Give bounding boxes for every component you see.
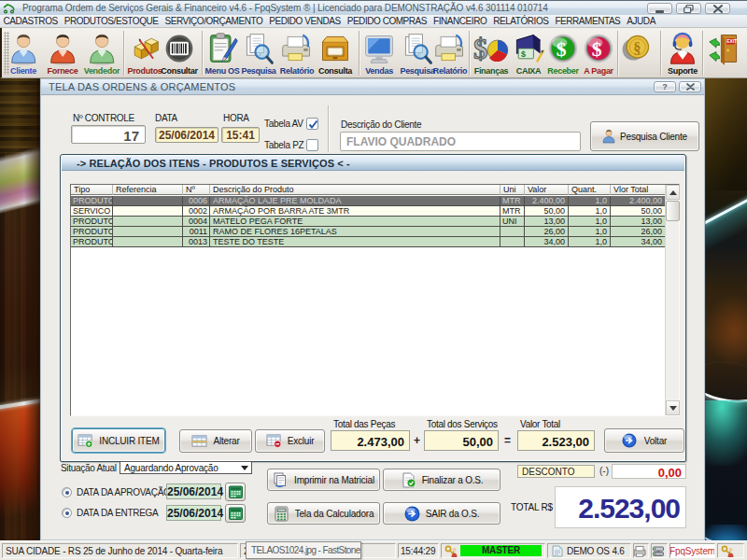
menu-item[interactable]: FINANCEIRO xyxy=(430,15,490,27)
entrega-date-field[interactable]: 25/06/2014 xyxy=(166,505,221,521)
desconto-value-field[interactable]: 0,00 xyxy=(612,464,686,479)
finalizar-button[interactable]: Finalizar a O.S. xyxy=(383,469,500,491)
situacao-combobox[interactable]: Aguardando Aprovação xyxy=(120,461,252,474)
table-row[interactable]: PRODUTO 0006 ARMAÇÃO LAJE PRE MOLDADA MT… xyxy=(71,196,665,206)
toolbar: Cliente Fornece Vendedor xyxy=(0,28,747,78)
total-pecas-field: 2.473,00 xyxy=(331,430,410,451)
calculadora-button[interactable]: Tela da Calculadora xyxy=(267,502,380,525)
table-scrollbar[interactable] xyxy=(665,185,679,415)
valor-total-label: Valor Total xyxy=(520,419,560,429)
menu-item[interactable]: PEDIDO VENDAS xyxy=(266,15,344,27)
column-header[interactable]: Vlor Total xyxy=(611,185,665,195)
help-button[interactable]: ? xyxy=(654,81,676,92)
itens-table-header: Tipo Referencia Nº Descrição do Produto … xyxy=(71,185,665,195)
toolbar-button[interactable]: § xyxy=(619,30,653,77)
table-row[interactable]: PRODUTO 0004 MATELO PEGA FORTE UNI 13,00… xyxy=(71,217,665,227)
key-user-icon xyxy=(444,545,458,557)
total-servicos-field: 50,00 xyxy=(424,430,499,451)
toolbar-button[interactable]: $ A Pagar xyxy=(580,30,617,77)
itens-panel: -> RELAÇÃO DOS ITENS - PRODUTOS E SERVIÇ… xyxy=(60,154,686,462)
desconto-field[interactable]: DESCONTO xyxy=(517,465,595,478)
entrega-calendar-button[interactable] xyxy=(225,504,246,523)
mdi-area: TELA DAS ORDENS & ORÇAMENTOS ? Nº CONTRO… xyxy=(0,78,747,540)
scroll-up-button[interactable] xyxy=(666,185,680,200)
svg-text:$: $ xyxy=(473,33,487,64)
plus-sign: + xyxy=(414,434,420,447)
hora-label: HORA xyxy=(223,113,249,123)
situacao-label: Situação Atual xyxy=(61,463,117,473)
table-plus-icon xyxy=(78,434,93,448)
seller-person-icon xyxy=(81,31,122,65)
menu-item[interactable]: SERVIÇO/ORÇAMENTO xyxy=(162,15,266,27)
tabela-av-checkbox[interactable] xyxy=(306,118,318,130)
menu-item[interactable]: AJUDA xyxy=(624,15,659,27)
triangle-down-icon xyxy=(669,406,677,411)
key-user-icon xyxy=(721,545,734,557)
scroll-thumb[interactable] xyxy=(666,201,680,221)
column-header[interactable]: Valor xyxy=(525,185,569,195)
menu-item[interactable]: PEDIDO COMPRAS xyxy=(344,15,430,27)
restore-button[interactable] xyxy=(676,3,701,14)
wallpaper-glow xyxy=(705,525,747,540)
table-row[interactable]: PRODUTO 0013 TESTE DO TESTE 34,00 1,0 34… xyxy=(71,237,665,247)
alterar-button[interactable]: Alterar xyxy=(179,429,252,453)
pay-sphere-icon: $ xyxy=(580,31,617,65)
toolbar-button[interactable]: EXIT xyxy=(705,30,744,77)
column-header[interactable]: Descrição do Produto xyxy=(210,185,500,195)
close-orders-button[interactable] xyxy=(679,81,701,92)
excluir-button[interactable]: Excluir xyxy=(255,429,325,453)
barcode-icon xyxy=(158,31,201,65)
entrega-radio[interactable] xyxy=(62,508,72,518)
incluir-item-button[interactable]: INCLUIR ITEM xyxy=(72,428,165,453)
tabela-pz-checkbox[interactable] xyxy=(306,139,318,151)
aprovacao-radio[interactable] xyxy=(62,487,72,497)
pesquisa-cliente-button[interactable]: Pesquisa Cliente xyxy=(590,121,699,151)
toolbar-button[interactable]: Consulta xyxy=(315,30,356,77)
support-person-icon xyxy=(663,31,702,65)
toolbar-button[interactable]: Vendedor xyxy=(81,30,122,77)
aprovacao-label: DATA DA APROVAÇÃO xyxy=(77,487,171,497)
cliente-field[interactable]: FLAVIO QUADRADO xyxy=(340,132,581,151)
scroll-down-button[interactable] xyxy=(666,400,680,415)
menu-item[interactable]: PRODUTOS/ESTOQUE xyxy=(61,15,162,27)
menu-item[interactable]: RELATÓRIOS xyxy=(490,15,552,27)
sair-button[interactable]: SAIR da O.S. xyxy=(383,502,500,525)
menu-item[interactable]: FERRAMENTAS xyxy=(552,15,624,27)
screen: Programa Ordem de Serviços Gerais & Fina… xyxy=(0,0,747,560)
column-header[interactable]: Nº xyxy=(183,185,210,195)
wallpaper-glow xyxy=(705,400,747,466)
statusbar-panel: MASTER xyxy=(441,543,545,558)
column-header[interactable]: Referencia xyxy=(113,185,183,195)
toolbar-button[interactable]: Suporte xyxy=(663,30,702,77)
controle-field[interactable]: 17 xyxy=(71,125,146,144)
coin-icon: § xyxy=(619,31,653,65)
menu-item[interactable]: CADASTROS xyxy=(0,15,61,27)
column-header[interactable]: Uni xyxy=(500,185,525,195)
wallpaper-left xyxy=(0,78,40,540)
person-small-icon xyxy=(602,129,615,144)
wallpaper-facet xyxy=(705,78,747,190)
imprimir-button[interactable]: Imprimir na Matricial xyxy=(267,469,380,491)
total-rs-field: 2.523,00 xyxy=(555,486,686,528)
toolbar-button[interactable] xyxy=(702,31,704,76)
network-icon xyxy=(652,545,665,557)
table-row[interactable]: SERVICO 0002 ARMAÇÃO POR BARRA ATE 3MTR … xyxy=(71,206,665,217)
wallpaper-glow xyxy=(705,200,747,252)
data-field[interactable]: 25/06/2014 xyxy=(155,127,218,143)
close-button[interactable] xyxy=(705,3,730,14)
hora-field[interactable]: 15:41 xyxy=(221,127,260,143)
statusbar-panel xyxy=(633,543,649,558)
table-minus-icon xyxy=(266,434,282,448)
aprovacao-calendar-button[interactable] xyxy=(225,483,246,501)
svg-text:EXIT: EXIT xyxy=(726,39,737,44)
aprovacao-date-field[interactable]: 25/06/2014 xyxy=(166,483,221,499)
faststone-window[interactable]: TELAOS1024.jpg - FastStone xyxy=(246,541,361,559)
svg-text:§: § xyxy=(633,39,641,56)
minimize-button[interactable] xyxy=(647,3,672,14)
voltar-button[interactable]: Voltar xyxy=(604,428,684,453)
column-header[interactable]: Quant. xyxy=(569,185,611,195)
divider xyxy=(328,105,330,152)
column-header[interactable]: Tipo xyxy=(71,185,113,195)
table-row[interactable]: PRODUTO 0011 RAMO DE FLORES 16PETALAS 26… xyxy=(71,227,665,237)
cash-book-icon: $ xyxy=(511,31,546,65)
